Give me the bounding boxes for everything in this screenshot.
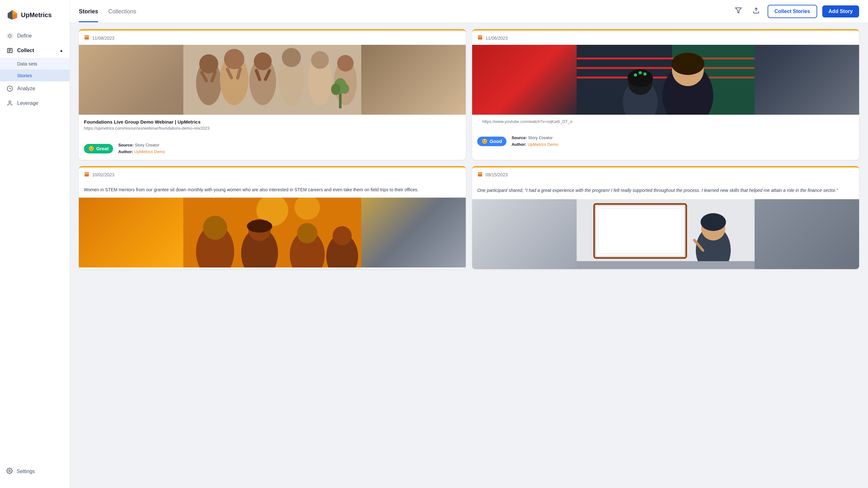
svg-marker-21 <box>735 8 741 13</box>
logo: UpMetrics <box>0 6 69 29</box>
filter-icon <box>735 7 742 16</box>
story-card-3: 10/02/2023 Women in STEM mentors from ou… <box>79 166 466 269</box>
sentiment-badge-good: 😊 Good <box>477 136 506 146</box>
chevron-up-icon: ▲ <box>59 48 63 53</box>
card-2-link[interactable]: https://www.youtube.com/watch?v=oqKat6_D… <box>477 119 854 127</box>
tabs: Stories Collections <box>79 1 732 22</box>
sidebar-item-analyze[interactable]: Analyze <box>0 81 69 96</box>
sidebar-item-collect[interactable]: Collect ▲ <box>0 43 69 58</box>
card-4-quote: One participant shared, "I had a great e… <box>472 182 859 195</box>
story-card-1: 11/08/2023 <box>79 29 466 160</box>
svg-line-7 <box>11 37 12 38</box>
header-actions: Collect Stories Add Story <box>732 5 859 18</box>
tab-stories[interactable]: Stories <box>79 1 98 22</box>
sidebar-item-leverage-label: Leverage <box>17 100 38 106</box>
svg-point-65 <box>634 73 637 77</box>
svg-line-18 <box>10 89 11 89</box>
card-2-footer: 😊 Good Source: Story Creator Author: UpM… <box>472 131 859 152</box>
svg-rect-85 <box>478 172 482 177</box>
sidebar-item-define[interactable]: Define <box>0 29 69 43</box>
story-card-2: 11/06/2023 <box>472 29 859 160</box>
card-1-footer: 😊 Great Source: Story Creator Author: Up… <box>79 139 466 160</box>
settings-icon <box>6 468 13 475</box>
svg-rect-80 <box>252 220 268 227</box>
svg-point-20 <box>9 470 10 472</box>
header: Stories Collections Collect Stories Add … <box>70 0 868 23</box>
bulb-icon <box>6 32 13 39</box>
sentiment-badge-great: 😊 Great <box>84 144 113 153</box>
svg-line-11 <box>11 34 12 34</box>
sidebar: UpMetrics Define Collect ▲ Data sets Sto… <box>0 0 70 488</box>
sidebar-item-datasets[interactable]: Data sets <box>0 58 69 69</box>
svg-point-67 <box>639 71 642 74</box>
svg-point-48 <box>331 84 341 95</box>
sidebar-subnav-collect: Data sets Stories <box>0 58 69 81</box>
sidebar-item-collect-label: Collect <box>17 48 34 53</box>
card-3-image <box>79 197 466 268</box>
card-1-header: 11/08/2023 <box>79 30 466 45</box>
sidebar-item-define-label: Define <box>17 33 32 39</box>
card-1-date-icon <box>84 34 90 41</box>
svg-point-35 <box>282 48 301 67</box>
export-icon <box>753 7 760 16</box>
svg-point-66 <box>643 72 647 75</box>
collect-stories-button[interactable]: Collect Stories <box>768 5 817 18</box>
card-2-date-icon <box>477 34 483 41</box>
svg-marker-1 <box>8 10 12 20</box>
card-4-header: 09/15/2023 <box>472 167 859 182</box>
card-1-meta: Source: Story Creator Author: UpMetrics … <box>118 142 165 155</box>
story-card-4: 09/15/2023 One participant shared, "I ha… <box>472 166 859 269</box>
sidebar-item-leverage[interactable]: Leverage <box>0 96 69 111</box>
svg-rect-50 <box>478 35 482 40</box>
sidebar-item-settings[interactable]: Settings <box>6 465 63 478</box>
settings-label: Settings <box>17 468 35 474</box>
card-3-date: 10/02/2023 <box>92 172 114 177</box>
card-2-image <box>472 45 859 115</box>
card-2-date: 11/06/2023 <box>486 36 508 41</box>
card-1-body: Foundations Live Group Demo Webinar | Up… <box>79 115 466 139</box>
logo-icon <box>6 9 19 21</box>
svg-point-39 <box>337 55 353 71</box>
svg-rect-23 <box>85 35 89 40</box>
card-4-date: 09/15/2023 <box>486 172 508 177</box>
svg-rect-68 <box>85 172 89 177</box>
card-1-url: https://upmetrics.com/resources/webinar/… <box>84 126 461 130</box>
sidebar-item-analyze-label: Analyze <box>17 86 35 92</box>
svg-line-10 <box>8 37 8 38</box>
main: Stories Collections Collect Stories Add … <box>70 0 868 488</box>
card-2-meta: Source: Story Creator Author: UpMetrics … <box>512 135 558 148</box>
card-4-image <box>472 199 859 269</box>
filter-button[interactable] <box>732 5 745 18</box>
add-story-button[interactable]: Add Story <box>822 5 859 18</box>
sidebar-nav: Define Collect ▲ Data sets Stories Analy… <box>0 29 69 461</box>
svg-rect-91 <box>599 209 682 253</box>
sidebar-item-stories[interactable]: Stories <box>0 69 69 81</box>
svg-point-3 <box>8 35 11 37</box>
svg-rect-97 <box>577 261 754 269</box>
card-2-header: 11/06/2023 <box>472 30 859 45</box>
export-button[interactable] <box>750 5 763 18</box>
svg-point-19 <box>9 101 11 103</box>
stories-grid: 11/08/2023 <box>79 29 859 269</box>
card-4-date-icon <box>477 171 483 179</box>
svg-point-76 <box>203 216 227 240</box>
logo-text: UpMetrics <box>21 11 52 19</box>
svg-point-49 <box>340 84 349 94</box>
svg-point-37 <box>311 51 329 69</box>
sidebar-bottom: Settings <box>0 461 69 482</box>
person-icon <box>6 100 13 107</box>
svg-point-84 <box>333 226 352 245</box>
svg-point-31 <box>224 49 244 69</box>
card-3-text: Women in STEM mentors from our grantee s… <box>79 182 466 197</box>
smiley-good-icon: 😊 <box>482 139 488 144</box>
content: 11/08/2023 <box>70 23 868 488</box>
card-3-date-icon <box>84 171 90 179</box>
svg-point-61 <box>671 53 704 75</box>
smiley-great-icon: 😊 <box>88 146 94 152</box>
card-1-date: 11/08/2023 <box>92 36 114 41</box>
card-1-title: Foundations Live Group Demo Webinar | Up… <box>84 119 461 125</box>
tab-collections[interactable]: Collections <box>108 1 136 22</box>
svg-point-95 <box>701 213 726 231</box>
svg-point-33 <box>254 53 272 70</box>
card-3-header: 10/02/2023 <box>79 167 466 182</box>
